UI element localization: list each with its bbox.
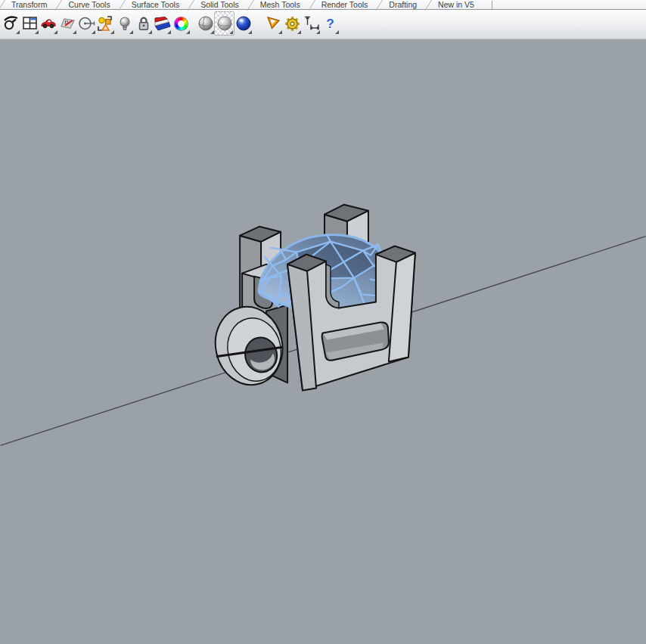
tab-transform[interactable]: Transform <box>0 0 57 10</box>
gear-icon[interactable] <box>283 12 302 35</box>
ghosted-sphere-icon[interactable] <box>215 12 234 35</box>
shaded-sphere-icon[interactable] <box>196 12 215 35</box>
tab-surface-tools[interactable]: Surface Tools <box>120 0 189 10</box>
render-wedge-icon[interactable] <box>153 12 172 35</box>
cone-pointer-icon[interactable] <box>264 12 283 35</box>
lamp-icon[interactable] <box>115 12 134 35</box>
main-toolbar: ? <box>0 10 646 39</box>
toolbar-tab-bar: Transform Curve Tools Surface Tools Soli… <box>0 0 646 10</box>
viewport-layout-icon[interactable] <box>20 12 39 35</box>
tab-curve-tools[interactable]: Curve Tools <box>57 0 120 10</box>
dimension-icon[interactable] <box>302 12 321 35</box>
color-wheel-icon[interactable] <box>172 12 191 35</box>
tab-solid-tools[interactable]: Solid Tools <box>189 0 249 10</box>
tab-render-tools[interactable]: Render Tools <box>310 0 378 10</box>
rendered-sphere-icon[interactable] <box>234 12 253 35</box>
tab-new-in-v5[interactable]: New in V5 <box>427 0 484 10</box>
tab-drafting[interactable]: Drafting <box>377 0 427 10</box>
pan-zoom-icon[interactable] <box>2 12 20 35</box>
car-icon[interactable] <box>39 12 58 35</box>
tab-mesh-tools[interactable]: Mesh Tools <box>249 0 310 10</box>
help-icon[interactable]: ? <box>321 12 340 35</box>
lock-icon[interactable] <box>134 12 153 35</box>
circle-center-radius-icon[interactable] <box>77 12 96 35</box>
tab-bar-separator <box>492 1 492 9</box>
map-icon[interactable] <box>58 12 77 35</box>
viewport-3d[interactable] <box>0 39 646 643</box>
gem-setting-model[interactable] <box>208 205 415 392</box>
selection-filter-icon[interactable] <box>96 12 115 35</box>
